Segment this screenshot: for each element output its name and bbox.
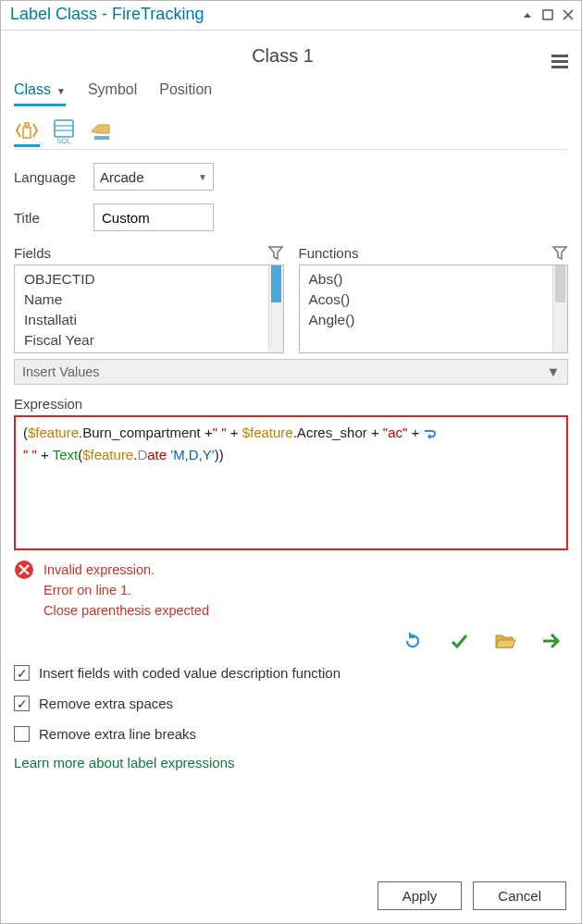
autohide-icon[interactable]	[522, 9, 533, 20]
wrap-icon	[423, 427, 436, 440]
list-item[interactable]: Acos()	[309, 290, 568, 310]
language-select[interactable]: Arcade ▼	[93, 163, 214, 191]
tab-symbol[interactable]: Symbol	[88, 80, 137, 106]
open-button[interactable]	[494, 630, 516, 652]
chevron-down-icon: ▼	[547, 364, 560, 379]
expression-input[interactable]: ($feature.Burn_compartment +" " + $featu…	[14, 415, 568, 550]
checkbox-icon: ✓	[14, 665, 30, 681]
menu-icon[interactable]	[551, 48, 568, 71]
error-icon	[14, 560, 34, 580]
expression-actions	[14, 621, 568, 658]
class-heading: Class 1	[14, 40, 551, 80]
svg-rect-0	[543, 10, 552, 19]
validate-button[interactable]	[448, 630, 470, 652]
svg-rect-5	[94, 136, 109, 140]
window-controls	[522, 9, 574, 20]
cancel-button[interactable]: Cancel	[473, 881, 566, 910]
expression-mode-icon[interactable]	[14, 119, 40, 147]
title-label: Title	[14, 210, 86, 226]
dialog-footer: Apply Cancel	[1, 869, 581, 923]
checkbox-icon: ✓	[14, 696, 30, 711]
tab-position[interactable]: Position	[159, 80, 212, 106]
tab-class[interactable]: Class▼	[14, 80, 66, 106]
mode-icons: SQL	[14, 106, 568, 147]
sql-mode-icon[interactable]: SQL	[51, 119, 77, 147]
reset-button[interactable]	[402, 630, 424, 652]
titlebar: Label Class - FireTracking	[1, 1, 581, 31]
fields-listbox[interactable]: OBJECTID Name Installati Fiscal Year	[14, 265, 284, 353]
apply-button[interactable]: Apply	[378, 881, 463, 910]
list-item[interactable]: OBJECTID	[24, 269, 283, 290]
help-link[interactable]: Learn more about label expressions	[14, 755, 568, 770]
scrollbar[interactable]	[268, 265, 283, 352]
maximize-icon[interactable]	[542, 9, 553, 20]
chevron-down-icon: ▼	[56, 86, 66, 96]
pane-title: Label Class - FireTracking	[10, 5, 522, 24]
top-tabs: Class▼ Symbol Position	[14, 80, 568, 106]
list-item[interactable]: Angle()	[309, 310, 568, 330]
functions-label: Functions	[299, 245, 359, 261]
title-input[interactable]	[93, 203, 214, 231]
checkbox-icon	[14, 726, 30, 742]
filter-icon[interactable]	[267, 244, 284, 261]
checkbox-remove-spaces[interactable]: ✓ Remove extra spaces	[14, 696, 568, 711]
scrollbar[interactable]	[552, 265, 567, 352]
insert-values-dropdown[interactable]: Insert Values ▼	[14, 359, 568, 385]
checkbox-remove-breaks[interactable]: Remove extra line breaks	[14, 726, 568, 742]
label-class-pane: Label Class - FireTracking Class 1 Class…	[0, 0, 582, 924]
list-item[interactable]: Installati	[24, 310, 283, 330]
functions-listbox[interactable]: Abs() Acos() Angle()	[299, 265, 569, 353]
checkbox-coded-values[interactable]: ✓ Insert fields with coded value descrip…	[14, 665, 568, 681]
expression-label: Expression	[14, 396, 568, 412]
apply-expression-button[interactable]	[540, 630, 563, 652]
error-message: Invalid expression. Error on line 1. Clo…	[14, 560, 568, 621]
fields-label: Fields	[14, 245, 51, 261]
filter-icon[interactable]	[551, 244, 568, 261]
chevron-down-icon: ▼	[198, 172, 207, 182]
svg-text:SQL: SQL	[56, 137, 72, 144]
tag-mode-icon[interactable]	[88, 119, 114, 147]
list-item[interactable]: Name	[24, 290, 283, 310]
list-item[interactable]: Abs()	[309, 269, 568, 290]
close-icon[interactable]	[563, 9, 574, 20]
list-item[interactable]: Fiscal Year	[24, 330, 283, 351]
svg-rect-1	[55, 120, 73, 137]
language-label: Language	[14, 169, 86, 185]
